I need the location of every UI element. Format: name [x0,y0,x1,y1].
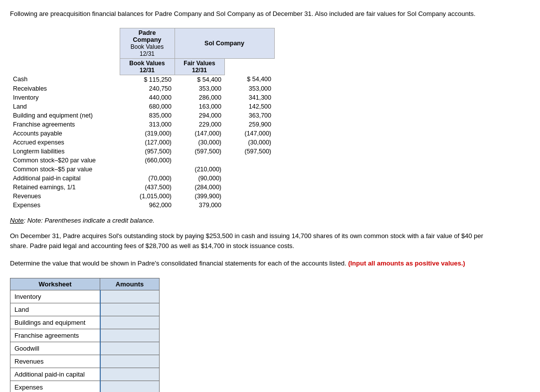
financial-row-sol-fair: 353,000 [224,84,274,93]
financial-row-sol-book: (30,000) [175,138,224,147]
worksheet-row: Revenues [10,355,160,368]
worksheet-amount-cell[interactable] [100,381,160,392]
worksheet-row-label: Revenues [10,355,100,368]
financial-row-sol-book: (399,900) [175,192,224,201]
worksheet-row-label: Buildings and equipment [10,316,100,329]
financial-row-label: Receivables [10,84,120,93]
worksheet-row: Expenses [10,381,160,392]
financial-row-sol-fair [224,165,274,174]
financial-row-label: Longterm liabilities [10,147,120,156]
worksheet-row: Additional paid-in capital [10,368,160,381]
financial-row-label: Additional paid-in capital [10,174,120,183]
financial-row-sol-fair: (30,000) [224,138,274,147]
financial-row-padre: 313,000 [120,120,175,129]
financial-row-padre: (957,500) [120,147,175,156]
financial-row-sol-book: 286,000 [175,93,224,102]
determine-text: Determine the value that would be shown … [10,259,499,269]
intro-text: Following are preacquisition financial b… [10,9,499,19]
financial-row-sol-fair: 259,900 [224,120,274,129]
financial-row-sol-book: $ 54,400 [175,75,224,84]
financial-row-padre: 835,000 [120,111,175,120]
worksheet-container: Worksheet Amounts Inventory Land Buildin… [10,278,530,392]
financial-row-sol-fair [224,183,274,192]
financial-row-sol-book: 163,000 [175,102,224,111]
financial-row-label: Cash [10,75,120,84]
financial-row-sol-book: 294,000 [175,111,224,120]
financial-row-sol-fair [224,201,274,210]
worksheet-row: Goodwill [10,342,160,355]
financial-row-label: Common stock–$20 par value [10,156,120,165]
paragraph-text: On December 31, Padre acquires Sol's out… [10,231,499,252]
worksheet-amount-input[interactable] [105,384,150,391]
financial-row-label: Building and equipment (net) [10,111,120,120]
worksheet-row: Land [10,303,160,316]
financial-row-sol-fair: (147,000) [224,129,274,138]
worksheet-amount-cell[interactable] [100,355,160,368]
financial-row-sol-book: (90,000) [175,174,224,183]
financial-row-sol-book: (597,500) [175,147,224,156]
worksheet-amount-cell[interactable] [100,342,160,355]
financial-row-sol-fair [224,192,274,201]
financial-row-padre: 440,000 [120,93,175,102]
financial-row-padre: 962,000 [120,201,175,210]
worksheet-amount-input[interactable] [105,319,150,326]
worksheet-amount-cell[interactable] [100,303,160,316]
padre-company-header: PadreCompanyBook Values12/31 [120,28,175,58]
worksheet-amount-input[interactable] [105,371,150,378]
financial-row-padre: (70,000) [120,174,175,183]
financial-row-padre [120,165,175,174]
financial-row-sol-fair: (597,500) [224,147,274,156]
financial-row-padre: (319,000) [120,129,175,138]
financial-row-sol-book [175,156,224,165]
worksheet-amount-cell[interactable] [100,329,160,342]
financial-row-label: Expenses [10,201,120,210]
financial-row-sol-fair [224,156,274,165]
worksheet-amount-cell[interactable] [100,368,160,381]
financial-row-sol-fair: 341,300 [224,93,274,102]
financial-row-sol-book: 379,000 [175,201,224,210]
financial-row-sol-fair: 363,700 [224,111,274,120]
worksheet-table: Worksheet Amounts Inventory Land Buildin… [10,278,160,392]
financial-row-sol-book: (147,000) [175,129,224,138]
worksheet-col2-header: Amounts [100,278,160,290]
financial-row-padre: $ 115,250 [120,75,175,84]
worksheet-row: Inventory [10,290,160,303]
financial-row-sol-book: 229,000 [175,120,224,129]
worksheet-amount-input[interactable] [105,293,150,300]
worksheet-amount-cell[interactable] [100,316,160,329]
worksheet-amount-cell[interactable] [100,290,160,303]
financial-row-label: Inventory [10,93,120,102]
financial-row-sol-book: 353,000 [175,84,224,93]
note-text: Note: Note: Parentheses indicate a credi… [10,217,530,224]
financial-row-padre: 680,000 [120,102,175,111]
financial-table: PadreCompanyBook Values12/31 Sol Company… [10,28,275,210]
sol-fair-subheader: Fair Values12/31 [175,58,224,75]
worksheet-amount-input[interactable] [105,345,150,352]
financial-row-padre: (437,500) [120,183,175,192]
worksheet-row-label: Additional paid-in capital [10,368,100,381]
financial-row-label: Revenues [10,192,120,201]
sol-company-header: Sol Company [175,28,274,58]
financial-row-padre: (660,000) [120,156,175,165]
determine-bold: (Input all amounts as positive values.) [348,260,465,267]
financial-row-padre: (1,015,000) [120,192,175,201]
worksheet-amount-input[interactable] [105,306,150,313]
financial-row-label: Retained earnings, 1/1 [10,183,120,192]
financial-row-label: Common stock–$5 par value [10,165,120,174]
financial-row-label: Accounts payable [10,129,120,138]
worksheet-row-label: Goodwill [10,342,100,355]
worksheet-row: Franchise agreements [10,329,160,342]
financial-row-padre: 240,750 [120,84,175,93]
financial-row-sol-fair: 142,500 [224,102,274,111]
financial-row-sol-book: (210,000) [175,165,224,174]
financial-row-sol-fair: $ 54,400 [224,75,274,84]
worksheet-row: Buildings and equipment [10,316,160,329]
worksheet-col1-header: Worksheet [10,278,100,290]
financial-row-label: Accrued expenses [10,138,120,147]
financial-row-sol-book: (284,000) [175,183,224,192]
worksheet-amount-input[interactable] [105,358,150,365]
worksheet-row-label: Franchise agreements [10,329,100,342]
worksheet-row-label: Land [10,303,100,316]
worksheet-row-label: Expenses [10,381,100,392]
worksheet-amount-input[interactable] [105,332,150,339]
